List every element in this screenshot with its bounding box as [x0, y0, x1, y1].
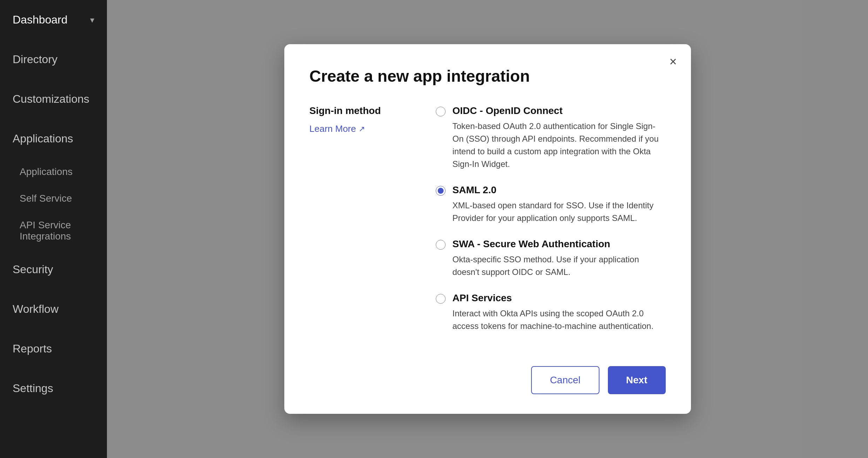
radio-saml[interactable]	[436, 186, 446, 196]
sidebar-item-label: Workflow	[13, 303, 59, 316]
radio-oidc[interactable]	[436, 107, 446, 116]
sidebar-item-customizations[interactable]: Customizations	[0, 79, 107, 119]
next-button[interactable]: Next	[608, 366, 666, 394]
sidebar-item-label: Security	[13, 263, 53, 276]
option-api: API Services Interact with Okta APIs usi…	[436, 292, 666, 332]
modal-footer: Cancel Next	[310, 366, 666, 394]
option-swa-label: SWA - Secure Web Authentication	[453, 238, 666, 250]
sidebar-sub-label: Applications	[20, 166, 73, 177]
sidebar-item-dashboard[interactable]: Dashboard ▾	[0, 0, 107, 40]
option-oidc: OIDC - OpenID Connect Token-based OAuth …	[436, 105, 666, 170]
sidebar-sub-label: API Service Integrations	[20, 220, 71, 242]
sidebar-item-reports[interactable]: Reports	[0, 329, 107, 369]
option-api-label: API Services	[453, 292, 666, 304]
sidebar-sub-item-self-service[interactable]: Self Service	[0, 185, 107, 212]
cancel-button[interactable]: Cancel	[531, 366, 599, 394]
sidebar-item-security[interactable]: Security	[0, 250, 107, 289]
sidebar-sub-item-applications[interactable]: Applications	[0, 159, 107, 185]
modal-body: Sign-in method Learn More ↗ OIDC - OpenI…	[310, 105, 666, 346]
modal-overlay: × Create a new app integration Sign-in m…	[107, 0, 868, 458]
modal-left-column: Sign-in method Learn More ↗	[310, 105, 408, 346]
sidebar-sub-label: Self Service	[20, 193, 72, 204]
modal-close-button[interactable]: ×	[669, 55, 677, 68]
sidebar-item-settings[interactable]: Settings	[0, 369, 107, 408]
sidebar-item-workflow[interactable]: Workflow	[0, 289, 107, 329]
option-saml-desc: XML-based open standard for SSO. Use if …	[453, 199, 666, 224]
sidebar-item-label: Reports	[13, 342, 52, 355]
option-oidc-desc: Token-based OAuth 2.0 authentication for…	[453, 120, 666, 170]
external-link-icon: ↗	[359, 124, 365, 134]
main-content: × Create a new app integration Sign-in m…	[107, 0, 868, 458]
option-api-desc: Interact with Okta APIs using the scoped…	[453, 307, 666, 332]
sidebar: Dashboard ▾ Directory Customizations App…	[0, 0, 107, 458]
learn-more-text: Learn More	[310, 123, 356, 134]
create-app-integration-modal: × Create a new app integration Sign-in m…	[284, 44, 691, 414]
radio-swa[interactable]	[436, 240, 446, 250]
sidebar-item-label: Directory	[13, 53, 57, 66]
option-swa: SWA - Secure Web Authentication Okta-spe…	[436, 238, 666, 278]
sidebar-item-label: Settings	[13, 382, 53, 395]
modal-options: OIDC - OpenID Connect Token-based OAuth …	[436, 105, 666, 346]
sidebar-item-label: Customizations	[13, 93, 89, 106]
sidebar-sub-item-api-service[interactable]: API Service Integrations	[0, 212, 107, 250]
option-saml-label: SAML 2.0	[453, 184, 666, 196]
chevron-down-icon: ▾	[90, 15, 94, 25]
sidebar-item-applications[interactable]: Applications	[0, 119, 107, 159]
sidebar-item-label: Dashboard	[13, 13, 68, 26]
radio-api[interactable]	[436, 294, 446, 304]
learn-more-link[interactable]: Learn More ↗	[310, 123, 408, 134]
sidebar-item-label: Applications	[13, 132, 73, 145]
option-saml: SAML 2.0 XML-based open standard for SSO…	[436, 184, 666, 224]
modal-title: Create a new app integration	[310, 67, 666, 86]
sign-in-method-label: Sign-in method	[310, 105, 408, 116]
option-oidc-label: OIDC - OpenID Connect	[453, 105, 666, 116]
sidebar-item-directory[interactable]: Directory	[0, 40, 107, 79]
option-swa-desc: Okta-specific SSO method. Use if your ap…	[453, 253, 666, 278]
